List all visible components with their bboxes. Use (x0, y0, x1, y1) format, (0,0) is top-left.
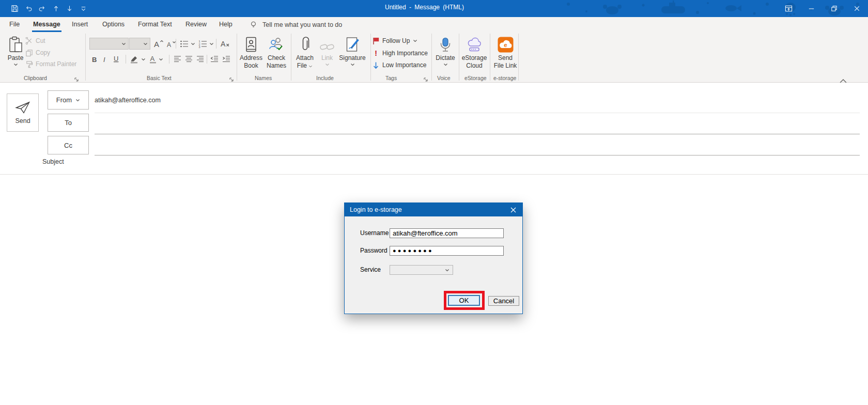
username-input[interactable]: atikah@fteroffice.com (390, 228, 504, 238)
follow-up-button[interactable]: Follow Up (373, 36, 417, 45)
address-book-button[interactable]: AddressBook (239, 34, 264, 70)
from-button[interactable]: From (48, 90, 89, 110)
send-file-link-button[interactable]: e SendFile Link (492, 34, 519, 70)
from-field-underline (95, 113, 860, 113)
follow-up-label: Follow Up (382, 37, 410, 44)
separator (216, 39, 216, 49)
service-dropdown-icon (445, 269, 450, 272)
signature-button[interactable]: Signature (337, 34, 367, 66)
separator (169, 55, 169, 64)
align-left-button[interactable] (172, 54, 182, 64)
paste-icon (9, 34, 23, 53)
basic-text-dialog-launcher[interactable] (229, 75, 234, 80)
send-button[interactable]: Send (7, 94, 39, 132)
format-painter-icon (25, 60, 33, 68)
text-highlight-dropdown-icon[interactable] (141, 55, 146, 64)
address-book-icon (245, 34, 257, 53)
copy-label: Copy (36, 49, 50, 56)
dictate-icon (439, 34, 452, 53)
italic-button[interactable]: I (101, 54, 110, 64)
outlook-message-window: Untitled - Message (HTML) File Message I… (0, 0, 868, 405)
dictate-label: Dictate (436, 54, 455, 62)
names-group-label: Names (255, 75, 272, 81)
numbering-dropdown-icon[interactable] (209, 39, 214, 49)
password-label: Password (360, 247, 388, 254)
tab-message[interactable]: Message (33, 17, 60, 32)
cc-label: Cc (64, 142, 72, 149)
align-center-button[interactable] (183, 54, 194, 64)
clipboard-dialog-launcher[interactable] (74, 75, 79, 80)
cc-field[interactable] (95, 155, 860, 155)
cc-button[interactable]: Cc (48, 136, 89, 154)
cut-button[interactable]: Cut (25, 36, 45, 45)
tab-file[interactable]: File (9, 17, 20, 32)
copy-button[interactable]: Copy (25, 48, 50, 57)
svg-text:A: A (150, 55, 155, 63)
high-importance-label: High Importance (382, 50, 428, 57)
estorage-cloud-label: eStorageCloud (462, 54, 487, 70)
tab-review[interactable]: Review (185, 17, 207, 32)
bullets-button[interactable] (179, 38, 190, 50)
close-button[interactable] (845, 0, 868, 17)
dictate-dropdown-icon (443, 63, 448, 66)
low-importance-button[interactable]: Low Importance (373, 60, 426, 70)
shrink-font-button[interactable]: A (165, 39, 177, 50)
font-family-select[interactable] (89, 38, 129, 50)
restore-button[interactable] (823, 0, 845, 17)
underline-button[interactable]: U (112, 54, 121, 64)
low-importance-icon (373, 61, 379, 69)
to-button[interactable]: To (48, 114, 89, 132)
tab-options[interactable]: Options (102, 17, 125, 32)
font-color-dropdown-icon[interactable] (158, 55, 164, 64)
estorage-cloud-icon (466, 34, 483, 53)
send-label: Send (15, 117, 30, 124)
password-input[interactable]: ●●●●●●●● (390, 246, 504, 256)
attach-file-button[interactable]: AttachFile (293, 34, 317, 70)
grow-font-button[interactable]: A (152, 38, 164, 50)
svg-text:A: A (167, 41, 171, 49)
from-address: atikah@afteroffice.com (95, 97, 161, 104)
low-importance-label: Low Importance (382, 61, 426, 69)
font-size-select[interactable] (129, 38, 150, 50)
svg-text:A: A (154, 40, 159, 49)
high-importance-button[interactable]: ! High Importance (373, 49, 428, 58)
bold-button[interactable]: B (90, 54, 99, 64)
compose-header: Send From atikah@afteroffice.com To Cc S… (0, 83, 868, 175)
estorage-cloud-button[interactable]: eStorageCloud (461, 34, 488, 70)
window-controls (777, 0, 868, 17)
collapse-ribbon-button[interactable] (839, 76, 847, 82)
ribbon-display-options-icon[interactable] (777, 0, 800, 17)
increase-indent-button[interactable] (221, 54, 231, 64)
high-importance-icon: ! (373, 49, 379, 57)
clear-formatting-button[interactable]: A (219, 38, 231, 50)
tab-help[interactable]: Help (219, 17, 233, 32)
font-color-button[interactable]: A (148, 54, 158, 64)
bullets-dropdown-icon[interactable] (190, 39, 196, 49)
format-painter-button[interactable]: Format Painter (25, 59, 76, 69)
text-highlight-button[interactable] (129, 54, 140, 64)
follow-up-dropdown-icon (413, 39, 417, 42)
check-names-button[interactable]: CheckNames (264, 34, 289, 70)
numbering-button[interactable]: 123 (197, 38, 209, 50)
tab-insert[interactable]: Insert (72, 17, 88, 32)
svg-text:e: e (504, 42, 507, 48)
cut-icon (25, 37, 33, 45)
cut-label: Cut (36, 37, 45, 44)
link-button[interactable]: Link (317, 34, 337, 66)
paste-button[interactable]: Paste (4, 34, 27, 66)
tell-me-box[interactable]: Tell me what you want to do (250, 17, 342, 32)
cancel-button[interactable]: Cancel (488, 296, 519, 306)
check-names-icon (269, 34, 284, 53)
service-select[interactable] (390, 265, 453, 275)
decrease-indent-button[interactable] (209, 54, 220, 64)
separator (370, 34, 371, 81)
tags-dialog-launcher[interactable] (423, 75, 428, 80)
lightbulb-icon (250, 21, 257, 29)
to-field[interactable] (95, 134, 860, 134)
send-file-link-icon: e (498, 34, 514, 53)
minimize-button[interactable] (800, 0, 823, 17)
align-right-button[interactable] (195, 54, 205, 64)
dictate-button[interactable]: Dictate (433, 34, 457, 66)
tab-format-text[interactable]: Format Text (138, 17, 172, 32)
dialog-close-button[interactable] (507, 206, 519, 214)
